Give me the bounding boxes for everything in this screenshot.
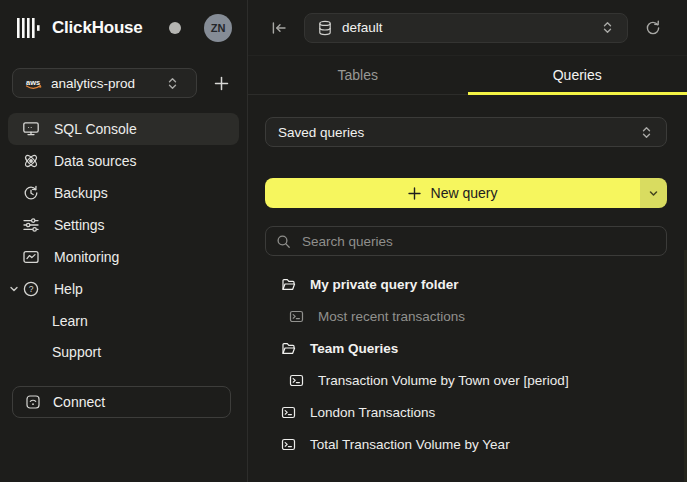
saved-queries-selector[interactable]: Saved queries [265,117,667,147]
sidebar-subitem-label: Learn [52,313,88,329]
brand: ClickHouse [16,17,143,39]
connect-button[interactable]: Connect [12,386,231,418]
saved-queries-value: Saved queries [278,125,364,140]
panel-toolbar: default [248,0,687,56]
sidebar-item-learn[interactable]: Learn [8,305,239,336]
updown-chevrons-icon [167,77,178,90]
new-query-label: New query [431,185,498,201]
folder-open-icon [281,341,296,356]
tab-tables[interactable]: Tables [248,56,468,94]
add-service-button[interactable] [207,69,235,97]
sidebar-item-label: Help [54,281,83,297]
updown-chevrons-icon [602,21,613,34]
service-selector[interactable]: aws analytics-prod [12,68,197,98]
database-selector[interactable]: default [304,13,628,43]
query-folder[interactable]: My private query folder [265,268,667,300]
chevron-down-icon [648,188,659,199]
terminal-icon [281,437,296,452]
terminal-icon [289,309,304,324]
new-query-dropdown-button[interactable] [640,178,667,208]
aws-icon: aws [25,77,42,89]
right-panel: default Tables Queries [248,0,687,482]
tab-queries[interactable]: Queries [468,56,687,94]
connect-button-label: Connect [53,394,105,410]
sidebar-item-monitoring[interactable]: Monitoring [8,241,239,273]
query-item[interactable]: Total Transaction Volume by Year [265,428,667,460]
sidebar-nav: SQL Console Data sources [0,113,247,367]
search-queries-input[interactable] [300,233,656,250]
sidebar-item-help[interactable]: ? Help [8,273,239,305]
sidebar-header: ClickHouse ZN [0,0,247,43]
sidebar-item-data-sources[interactable]: Data sources [8,145,239,177]
database-icon [317,20,333,36]
clickhouse-logo-icon [16,17,43,39]
new-query-split-button: New query [265,178,667,208]
sidebar-subitem-label: Support [52,344,101,360]
settings-sliders-icon [22,216,40,234]
help-icon: ? [22,280,40,298]
tree-item-label: Transaction Volume by Town over [period] [318,373,569,388]
tree-item-label: Total Transaction Volume by Year [310,437,510,452]
query-tree: My private query folder Most recent tran… [265,268,667,460]
sidebar: ClickHouse ZN aws analytics-prod [0,0,248,482]
user-avatar[interactable]: ZN [204,14,232,42]
tab-label: Queries [553,67,602,83]
folder-open-icon [281,277,296,292]
database-name: default [342,20,383,35]
tree-item-label: Team Queries [310,341,398,356]
svg-text:?: ? [29,284,34,294]
search-queries-box [265,226,667,256]
sidebar-item-support[interactable]: Support [8,336,239,367]
sidebar-item-label: Settings [54,217,105,233]
service-name: analytics-prod [51,76,135,91]
updown-chevrons-icon [641,126,652,139]
tab-label: Tables [338,67,378,83]
status-dot [169,22,181,34]
query-folder[interactable]: Team Queries [265,332,667,364]
collapse-panel-icon[interactable] [270,19,288,37]
tree-item-label: My private query folder [310,277,459,292]
monitoring-chart-icon [22,248,40,266]
service-row: aws analytics-prod [12,68,235,98]
sidebar-item-label: SQL Console [54,121,137,137]
tab-bar: Tables Queries [248,56,687,95]
app-window: ClickHouse ZN aws analytics-prod [0,0,687,482]
terminal-icon [289,373,304,388]
queries-panel: Saved queries New query [248,95,687,482]
tree-item-label: London Transactions [310,405,435,420]
terminal-icon [281,405,296,420]
query-item[interactable]: Most recent transactions [265,300,667,332]
query-item[interactable]: London Transactions [265,396,667,428]
sidebar-item-sql-console[interactable]: SQL Console [8,113,239,145]
console-icon [22,120,40,138]
tree-item-label: Most recent transactions [318,309,465,324]
connect-icon [25,394,41,410]
chevron-down-icon [9,284,19,294]
search-icon [276,234,291,249]
sidebar-item-label: Monitoring [54,249,119,265]
sidebar-item-label: Data sources [54,153,136,169]
plus-icon [408,187,421,200]
plus-icon [214,76,229,91]
refresh-icon[interactable] [644,19,662,37]
backups-history-icon [22,184,40,202]
brand-name: ClickHouse [52,18,143,38]
data-sources-icon [22,152,40,170]
svg-text:aws: aws [26,78,40,87]
sidebar-item-backups[interactable]: Backups [8,177,239,209]
new-query-button[interactable]: New query [265,178,640,208]
query-item[interactable]: Transaction Volume by Town over [period] [265,364,667,396]
sidebar-item-settings[interactable]: Settings [8,209,239,241]
sidebar-item-label: Backups [54,185,108,201]
